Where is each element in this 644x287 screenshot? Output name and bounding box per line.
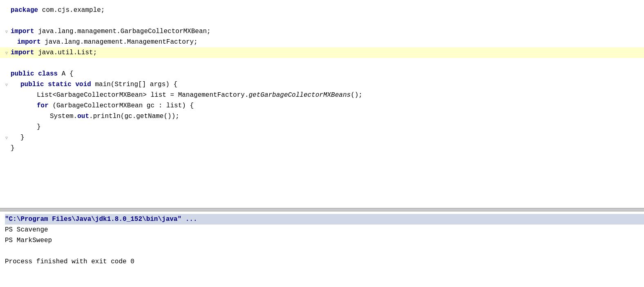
code-line-1: package com.cjs.example; <box>0 5 644 16</box>
console-command-text: "C:\Program Files\Java\jdk1.8.0_152\bin\… <box>5 214 197 225</box>
code-line-7: public class A { <box>0 69 644 79</box>
code-line-9: List<GarbageCollectorMXBean> list = Mana… <box>0 90 644 100</box>
console-output-line-1: PS Scavenge <box>5 225 644 235</box>
editor-console-separator <box>0 208 644 211</box>
fold-icon-5[interactable]: ▽ <box>3 50 10 56</box>
code-line-5: ▽ import java.util.List; <box>0 47 644 58</box>
code-line-11: System.out.println(gc.getName()); <box>0 111 644 122</box>
fold-icon-8[interactable]: ▽ <box>3 82 10 88</box>
console-output: "C:\Program Files\Java\jdk1.8.0_152\bin\… <box>0 211 644 287</box>
code-line-6 <box>0 58 644 69</box>
code-line-8: ▽ public static void main(String[] args)… <box>0 79 644 90</box>
code-editor[interactable]: package com.cjs.example; ▽ import java.l… <box>0 0 644 208</box>
console-exit-line: Process finished with exit code 0 <box>5 256 644 267</box>
code-line-12: } <box>0 122 644 132</box>
console-output-text-2: PS MarkSweep <box>5 235 52 246</box>
console-output-text-1: PS Scavenge <box>5 225 48 235</box>
fold-icon-3[interactable]: ▽ <box>3 29 10 35</box>
code-line-10: for (GarbageCollectorMXBean gc : list) { <box>0 100 644 111</box>
code-line-14: } <box>0 143 644 154</box>
code-line-4: import java.lang.management.ManagementFa… <box>0 37 644 47</box>
console-exit-text: Process finished with exit code 0 <box>5 256 134 267</box>
fold-icon-13[interactable]: ▽ <box>3 135 10 141</box>
code-line-13: ▽ } <box>0 132 644 143</box>
console-blank-line <box>5 246 644 256</box>
code-line-2 <box>0 16 644 26</box>
console-output-line-2: PS MarkSweep <box>5 235 644 246</box>
console-command-line: "C:\Program Files\Java\jdk1.8.0_152\bin\… <box>5 214 644 225</box>
code-line-3: ▽ import java.lang.management.GarbageCol… <box>0 26 644 37</box>
